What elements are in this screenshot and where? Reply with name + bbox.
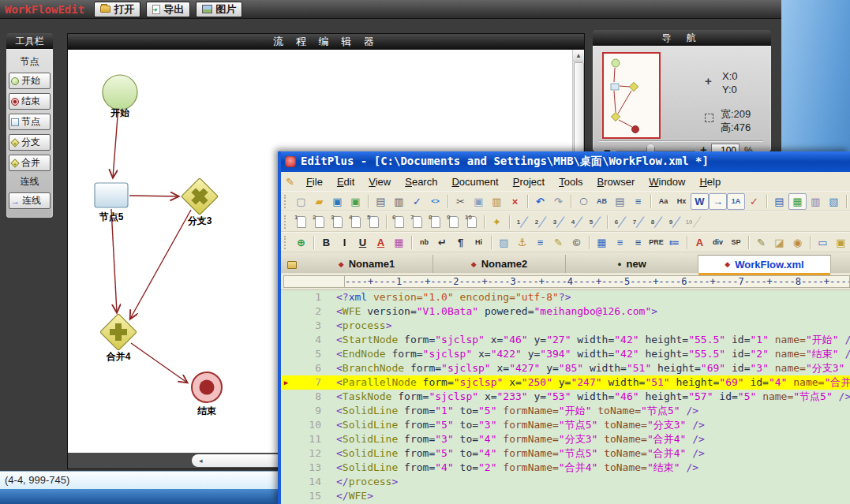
align-center-button[interactable]: ≡	[629, 234, 647, 251]
preformatted-button[interactable]: PRE	[647, 234, 665, 251]
horizontal-rule-button[interactable]: ≡	[531, 234, 549, 251]
div-tag-button[interactable]: div	[709, 234, 727, 251]
user-tool-1-button[interactable]: 1╱	[513, 214, 531, 230]
connector-branch-merge[interactable]	[130, 210, 191, 319]
find-in-files-button[interactable]: ▤	[611, 193, 629, 210]
menu-document[interactable]: Document	[444, 174, 505, 189]
tab-WorkFlow.xml[interactable]: ◆WorkFlow.xml	[698, 255, 831, 273]
file-panel-button[interactable]: ▦	[788, 193, 807, 210]
copy-button[interactable]: ▣	[470, 193, 488, 210]
font-color-button[interactable]: A	[372, 234, 390, 251]
document-2-button[interactable]: 2	[310, 214, 328, 230]
save-file-button[interactable]: ▣	[328, 193, 346, 210]
open-file-button[interactable]: ▰	[310, 193, 328, 210]
user-tool-4-button[interactable]: 4╱	[567, 214, 586, 230]
tab-list-icon[interactable]	[283, 257, 301, 273]
menu-view[interactable]: View	[361, 174, 398, 189]
menu-search[interactable]: Search	[398, 174, 444, 189]
user-tool-7-button[interactable]: 7╱	[629, 214, 647, 230]
document-1-button[interactable]: 1	[292, 214, 310, 230]
anchor-button[interactable]: ⚓	[513, 234, 531, 251]
line-break-button[interactable]: ↵	[433, 234, 451, 251]
canvas-node-branch[interactable]: 分支3	[182, 178, 219, 226]
menu-file[interactable]: File	[299, 174, 330, 189]
document-10-button[interactable]: 10	[462, 214, 481, 230]
document-8-button[interactable]: 8	[426, 214, 444, 230]
document-6-button[interactable]: 6	[390, 214, 408, 230]
word-wrap-button[interactable]: W	[691, 193, 709, 210]
code-area[interactable]: 1<?xml version="1.0" encoding="utf-8"?>2…	[281, 290, 850, 504]
cut-button[interactable]: ✂	[451, 193, 470, 210]
toolbar-grip[interactable]	[284, 215, 289, 229]
user-tool-10-button[interactable]: 10╱	[683, 214, 702, 230]
document-4-button[interactable]: 4	[346, 214, 365, 230]
code-line-7[interactable]: ▶7<ParallelNode form="sjclsp" x="250" y=…	[281, 375, 850, 390]
connector-task-branch[interactable]	[129, 196, 178, 196]
bold-button[interactable]: B	[317, 234, 335, 251]
minimap[interactable]	[602, 52, 661, 139]
color-picker-button[interactable]: ◉	[788, 234, 807, 251]
document-7-button[interactable]: 7	[408, 214, 426, 230]
align-left-button[interactable]: ≡	[611, 234, 629, 251]
toolbar-grip[interactable]	[284, 195, 289, 208]
code-line-10[interactable]: 10<SolidLine from="5" to="3" formName="节…	[281, 418, 850, 432]
comment-note-button[interactable]: ✎	[549, 234, 567, 251]
browser-window-button[interactable]: ▧	[825, 193, 843, 210]
form-checkbox-button[interactable]: ▣	[832, 234, 850, 251]
user-tool-2-button[interactable]: 2╱	[531, 214, 549, 230]
tool-merge-button[interactable]: 合并	[9, 155, 51, 171]
browser-preview-button[interactable]: ⊕	[292, 234, 310, 251]
spell-check-button[interactable]: ✓	[408, 193, 426, 210]
code-line-2[interactable]: 2<WFE version="V1.0Bata" powered="meihan…	[281, 304, 850, 319]
menu-edit[interactable]: Edit	[330, 174, 361, 189]
nonbreaking-space-button[interactable]: nb	[415, 234, 433, 251]
copyright-symbol-button[interactable]: ©	[567, 234, 586, 251]
tab-new[interactable]: ●new	[566, 255, 698, 273]
new-document-button[interactable]: ▢	[292, 193, 310, 210]
sort-button[interactable]: ≡	[629, 193, 647, 210]
code-line-9[interactable]: 9<SolidLine from="1" to="5" formName="开始…	[281, 404, 850, 418]
html-source-button[interactable]: <>	[426, 193, 444, 210]
delete-button[interactable]: ×	[506, 193, 524, 210]
connector-merge-end[interactable]	[131, 343, 187, 383]
form-input-button[interactable]: ▭	[814, 234, 832, 251]
syntax-check-button[interactable]: ✓	[745, 193, 763, 210]
menu-tools[interactable]: Tools	[552, 174, 590, 189]
user-tool-3-button[interactable]: 3╱	[549, 214, 567, 230]
toolbar-grip[interactable]	[284, 236, 289, 249]
paragraph-button[interactable]: ¶	[451, 234, 470, 251]
span-tag-button[interactable]: SP	[727, 234, 745, 251]
paste-button[interactable]: ▥	[488, 193, 506, 210]
tab-Noname2[interactable]: ◆Noname2	[433, 255, 566, 273]
tool-start-button[interactable]: 开始	[9, 73, 51, 89]
undo-button[interactable]: ↶	[531, 193, 549, 210]
tool-task-button[interactable]: 节点	[9, 114, 51, 130]
user-tool-5-button[interactable]: 5╱	[586, 214, 604, 230]
editplus-titlebar[interactable]: EditPlus - [C:\Documents and Settings\MH…	[281, 151, 850, 172]
print-preview-button[interactable]: ▤	[372, 193, 390, 210]
tool-branch-button[interactable]: 分支	[9, 134, 51, 151]
canvas-node-task[interactable]: 节点5	[95, 183, 128, 222]
code-line-3[interactable]: 3<process>	[281, 319, 850, 333]
configure-user-tools-button[interactable]: ✦	[488, 214, 506, 230]
tab-Noname1[interactable]: ◆Noname1	[301, 255, 433, 273]
output-panel-button[interactable]: ▥	[807, 193, 825, 210]
export-button[interactable]: 导出	[146, 2, 190, 17]
tool-line-button[interactable]: → 连线	[9, 192, 51, 209]
code-line-11[interactable]: 11<SolidLine from="3" to="4" formName="分…	[281, 432, 850, 446]
canvas-node-start[interactable]: 开始	[103, 75, 137, 118]
user-tool-8-button[interactable]: 8╱	[647, 214, 665, 230]
tool-end-button[interactable]: 结束	[9, 93, 51, 110]
user-tool-6-button[interactable]: 6╱	[611, 214, 629, 230]
code-line-13[interactable]: 13<SolidLine from="4" to="2" formName="合…	[281, 461, 850, 475]
document-3-button[interactable]: 3	[328, 214, 346, 230]
code-line-4[interactable]: 4<StartNode form="sjclsp" x="46" y="27" …	[281, 333, 850, 347]
menu-help[interactable]: Help	[692, 174, 728, 189]
user-tool-9-button[interactable]: 9╱	[665, 214, 683, 230]
table-button[interactable]: ▦	[593, 234, 611, 251]
menu-window[interactable]: Window	[642, 174, 692, 189]
canvas-node-end[interactable]: 结束	[192, 372, 222, 416]
menu-project[interactable]: Project	[506, 174, 552, 189]
find-button[interactable]: ◯	[575, 193, 593, 210]
open-button[interactable]: 打开	[94, 2, 140, 17]
